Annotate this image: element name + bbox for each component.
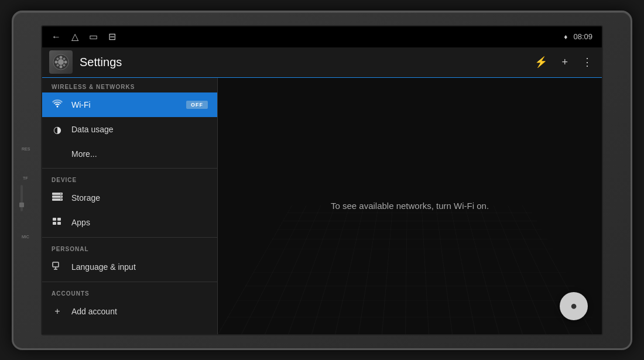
divider-1 [42,168,217,169]
svg-rect-19 [57,222,61,225]
language-label: Language & input [71,262,136,272]
tf-label: TF [23,176,28,180]
divider-3 [42,282,217,282]
clock: 08:09 [573,32,592,41]
sidebar-item-add-account[interactable]: + Add account [42,299,217,324]
svg-point-4 [55,61,58,64]
app-bar-actions: ⚡ + ⋮ [532,53,595,71]
home-icon[interactable]: △ [71,31,78,42]
location-icon: ♦ [564,33,567,41]
screen: ← △ ▭ ⊟ ♦ 08:09 [41,25,603,335]
wifi-icon [52,100,63,110]
status-right: ♦ 08:09 [564,32,592,41]
apps-icon [52,217,63,228]
app-bar: Settings ⚡ + ⋮ [42,47,602,78]
sidebar-item-apps[interactable]: Apps [42,210,217,235]
section-device: DEVICE [42,171,217,186]
svg-point-1 [58,59,64,65]
divider-2 [42,237,217,238]
sidebar-item-more[interactable]: More... [42,142,217,166]
storage-label: Storage [71,193,100,203]
main-panel: To see available networks, turn Wi-Fi on… [218,78,602,334]
recents-icon[interactable]: ▭ [89,31,98,42]
svg-point-8 [57,64,59,67]
sidebar-item-storage[interactable]: Storage [42,186,217,210]
svg-rect-16 [53,218,56,221]
mic-label: MIC [22,235,29,239]
volume-slider[interactable] [20,185,23,211]
back-icon[interactable]: ← [52,32,61,42]
svg-rect-20 [53,262,59,267]
data-usage-label: Data usage [71,125,114,134]
language-icon [52,262,63,272]
apps-label: Apps [71,218,90,227]
res-label: RES [22,147,30,151]
svg-rect-17 [57,218,61,221]
bolt-icon[interactable]: ⚡ [532,53,550,71]
content-area: WIRELESS & NETWORKS Wi-Fi OFF ◑ [42,78,602,334]
wifi-label: Wi-Fi [71,100,91,109]
section-wireless: WIRELESS & NETWORKS [42,78,217,92]
app-icon [49,50,73,74]
data-usage-icon: ◑ [52,124,63,135]
svg-point-14 [60,196,61,197]
fab-button[interactable]: ● [560,292,588,320]
svg-point-2 [60,56,63,59]
menu-icon[interactable]: ⊟ [108,31,116,42]
add-account-label: Add account [71,307,117,316]
svg-point-7 [63,58,66,60]
add-button[interactable]: + [559,54,570,71]
sidebar-item-language[interactable]: Language & input [42,255,217,279]
more-label: More... [71,149,97,159]
fab-icon: ● [570,299,577,313]
device-shell: RES TF MIC ← △ ▭ ⊟ ♦ 08:09 [12,11,632,350]
sidebar: WIRELESS & NETWORKS Wi-Fi OFF ◑ [42,78,218,334]
svg-rect-18 [53,222,56,225]
status-bar: ← △ ▭ ⊟ ♦ 08:09 [42,26,602,47]
storage-icon [52,193,63,203]
svg-point-5 [64,61,67,64]
section-personal: PERSONAL [42,240,217,255]
grid-background [218,205,602,334]
nav-icons: ← △ ▭ ⊟ [52,31,116,42]
wifi-toggle[interactable]: OFF [186,101,208,109]
sidebar-item-data-usage[interactable]: ◑ Data usage [42,117,217,142]
svg-point-6 [57,58,59,60]
sidebar-item-wifi[interactable]: Wi-Fi OFF [42,92,217,117]
section-accounts: ACCOUNTS [42,284,217,299]
add-account-icon: + [52,306,63,317]
svg-point-9 [63,64,66,67]
wifi-status-message: To see available networks, turn Wi-Fi on… [331,201,489,211]
slider-thumb[interactable] [19,203,24,207]
page-title: Settings [80,56,532,69]
svg-point-15 [60,199,61,200]
more-icon[interactable]: ⋮ [580,53,595,71]
svg-point-13 [60,193,61,194]
svg-point-3 [60,66,63,68]
